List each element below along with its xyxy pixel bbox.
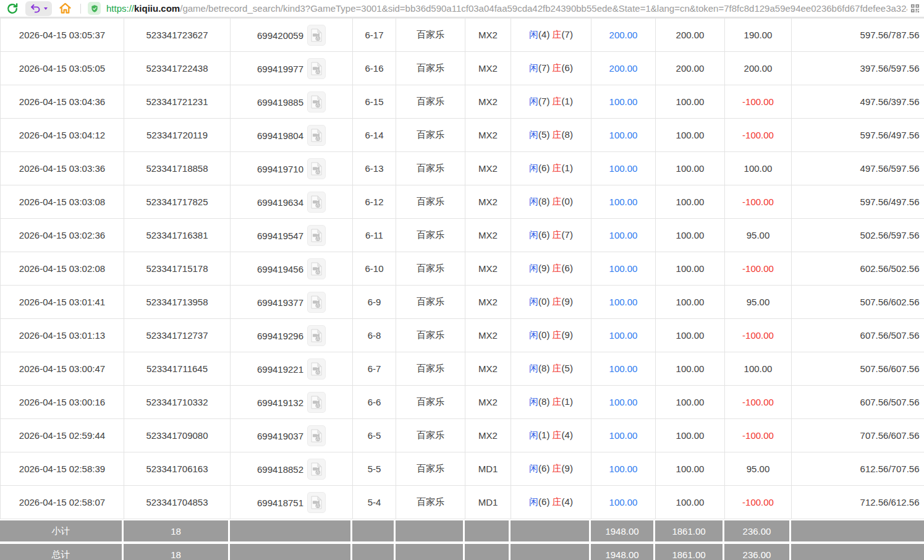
total-label: 总计 <box>0 544 124 560</box>
table-row: 2026-04-15 03:01:41523341713958699419377… <box>1 286 924 319</box>
table-row: 2026-04-15 03:02:08523341715178699419456… <box>1 252 924 286</box>
win-loss: -100.00 <box>725 486 792 519</box>
game-id: 699419377 <box>257 297 303 307</box>
valid-amount: 100.00 <box>656 486 725 519</box>
player-score: (0) <box>538 296 549 307</box>
banker-score: (7) <box>562 29 573 40</box>
round-number: 5-4 <box>353 486 396 519</box>
table-row: 2026-04-15 03:04:12523341720119699419804… <box>1 119 924 152</box>
round-number: 6-17 <box>353 19 396 52</box>
home-button[interactable] <box>56 1 74 17</box>
valid-amount: 100.00 <box>656 452 725 486</box>
bet-time: 2026-04-15 02:58:39 <box>1 452 124 486</box>
bet-time: 2026-04-15 03:00:47 <box>1 352 124 386</box>
total-count: 18 <box>124 544 230 560</box>
win-loss: -100.00 <box>725 85 792 119</box>
bet-time: 2026-04-15 02:59:44 <box>1 419 124 452</box>
video-replay-button[interactable] <box>307 25 326 46</box>
reload-icon <box>6 2 19 15</box>
balance: 497.56/397.56 <box>792 85 924 119</box>
video-replay-button[interactable] <box>307 425 326 446</box>
banker-result: 庄 <box>553 430 562 440</box>
video-replay-button[interactable] <box>307 459 326 480</box>
video-replay-button[interactable] <box>307 358 326 380</box>
bet-time: 2026-04-15 03:02:08 <box>1 252 124 286</box>
round-number: 6-10 <box>353 252 396 286</box>
banker-score: (6) <box>562 263 573 273</box>
table-row: 2026-04-15 03:01:13523341712737699419296… <box>1 319 924 352</box>
game-name: 百家乐 <box>396 252 465 286</box>
shield-check-icon <box>90 4 99 13</box>
home-icon <box>59 2 72 15</box>
video-replay-button[interactable] <box>307 91 326 112</box>
bet-amount: 100.00 <box>591 252 656 286</box>
summary-empty-cell <box>511 544 591 560</box>
banker-result: 庄 <box>553 296 562 307</box>
banker-result: 庄 <box>553 496 562 507</box>
result-cell: 闲(0) 庄(9) <box>511 319 591 352</box>
game-name: 百家乐 <box>396 185 465 219</box>
video-replay-button[interactable] <box>307 125 326 146</box>
player-result: 闲 <box>529 129 538 140</box>
result-cell: 闲(6) 庄(9) <box>511 452 591 486</box>
qr-code-icon[interactable] <box>910 4 920 13</box>
banker-result: 庄 <box>553 196 562 206</box>
player-result: 闲 <box>529 430 538 440</box>
video-replay-icon <box>311 496 322 509</box>
bet-time: 2026-04-15 03:05:37 <box>1 19 124 52</box>
game-id-cell: 699419710 <box>231 152 353 185</box>
video-replay-button[interactable] <box>307 192 326 213</box>
game-id: 699419804 <box>257 130 303 140</box>
video-replay-button[interactable] <box>307 258 326 279</box>
video-replay-button[interactable] <box>307 58 326 79</box>
video-replay-button[interactable] <box>307 392 326 413</box>
result-cell: 闲(9) 庄(6) <box>511 252 591 286</box>
bet-id: 523341713958 <box>124 286 231 319</box>
video-replay-button[interactable] <box>307 492 326 513</box>
balance: 597.56/497.56 <box>792 119 924 152</box>
subtotal-row: 小计 18 1948.00 1861.00 236.00 <box>0 520 924 541</box>
subtotal-label: 小计 <box>0 520 124 541</box>
subtotal-valid-amount: 1861.00 <box>655 520 724 541</box>
game-id: 699419296 <box>257 330 303 341</box>
table-code: MD1 <box>465 452 511 486</box>
undo-button[interactable] <box>25 1 52 16</box>
undo-dropdown-caret[interactable] <box>44 7 48 10</box>
video-replay-button[interactable] <box>307 225 326 246</box>
reload-button[interactable] <box>4 1 21 17</box>
video-replay-button[interactable] <box>307 292 326 313</box>
valid-amount: 100.00 <box>656 185 725 219</box>
game-id-cell: 699419037 <box>231 419 353 452</box>
video-replay-icon <box>311 95 322 109</box>
video-replay-button[interactable] <box>307 325 326 346</box>
game-name: 百家乐 <box>396 219 465 252</box>
bet-id: 523341720119 <box>124 119 231 152</box>
summary-empty-cell <box>465 520 511 541</box>
banker-result: 庄 <box>553 129 562 140</box>
player-score: (6) <box>538 496 549 507</box>
bet-id: 523341711645 <box>124 352 231 386</box>
player-result: 闲 <box>529 96 538 106</box>
win-loss: 100.00 <box>725 152 792 185</box>
banker-score: (4) <box>562 430 573 440</box>
result-cell: 闲(8) 庄(5) <box>511 352 591 386</box>
bet-amount: 100.00 <box>591 319 656 352</box>
video-replay-icon <box>311 362 322 376</box>
summary-empty-cell <box>791 520 924 541</box>
result-cell: 闲(0) 庄(9) <box>511 286 591 319</box>
game-id-cell: 699420059 <box>231 19 353 52</box>
balance: 602.56/502.56 <box>792 252 924 286</box>
video-replay-button[interactable] <box>307 158 326 179</box>
round-number: 6-8 <box>353 319 396 352</box>
video-replay-icon <box>311 162 322 176</box>
game-id-cell: 699419296 <box>231 319 353 352</box>
site-security-badge[interactable] <box>88 2 101 15</box>
table-row: 2026-04-15 03:00:16523341710332699419132… <box>1 386 924 419</box>
player-score: (9) <box>538 263 549 273</box>
valid-amount: 100.00 <box>656 85 725 119</box>
video-replay-icon <box>311 62 322 75</box>
round-number: 6-11 <box>353 219 396 252</box>
balance: 597.56/497.56 <box>792 185 924 219</box>
game-id-cell: 699419885 <box>231 85 353 119</box>
address-url[interactable]: https://kiqiiu.com/game/betrecord_search… <box>106 3 907 14</box>
